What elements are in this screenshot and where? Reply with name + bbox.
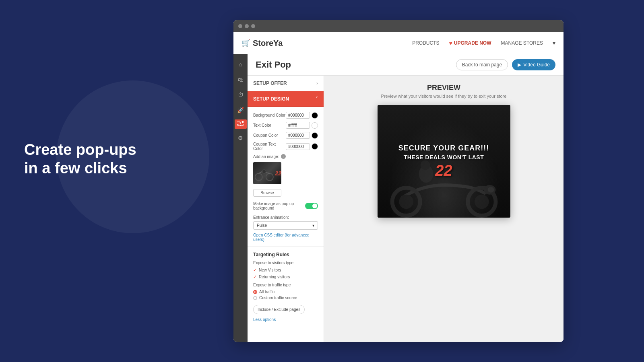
all-traffic-row: All traffic bbox=[253, 290, 318, 294]
bg-color-label: Background Color bbox=[253, 113, 286, 117]
add-image-row: Add an image: i bbox=[253, 154, 318, 159]
popup-number: 22 bbox=[398, 163, 489, 178]
nav-manage-stores[interactable]: MANAGE STORES bbox=[501, 40, 543, 46]
setup-design-row[interactable]: SETUP DESIGN ˅ bbox=[248, 91, 324, 107]
coupon-text-color-input[interactable] bbox=[286, 143, 310, 150]
coupon-text-color-row: Coupon Text Color bbox=[253, 142, 318, 151]
targeting-title: Targeting Rules bbox=[253, 252, 318, 257]
text-color-row: Text Color bbox=[253, 122, 318, 129]
coupon-text-color-swatch[interactable] bbox=[312, 143, 318, 150]
try-it-now-button[interactable]: Try It Now! bbox=[235, 119, 247, 129]
bg-color-input[interactable] bbox=[286, 112, 310, 119]
app-window: 🛒 StoreYa PRODUCTS ♥ UPGRADE NOW MANAGE … bbox=[233, 20, 564, 342]
select-chevron-icon: ▾ bbox=[312, 223, 314, 228]
svg-point-7 bbox=[399, 195, 413, 209]
play-icon: ▶ bbox=[518, 62, 521, 68]
design-form: Background Color Text Color bbox=[248, 107, 324, 247]
include-exclude-button[interactable]: Include / Exclude pages bbox=[253, 305, 305, 314]
image-preview-box: 22 bbox=[253, 162, 281, 184]
nav-products[interactable]: PRODUCTS bbox=[412, 40, 439, 46]
header-dropdown-icon[interactable]: ▾ bbox=[553, 40, 555, 46]
back-to-main-button[interactable]: Back to main page bbox=[456, 59, 508, 70]
nav-upgrade-button[interactable]: ♥ UPGRADE NOW bbox=[449, 40, 491, 46]
page-header-actions: Back to main page ▶ Video Guide bbox=[456, 59, 555, 70]
preview-motorcycle-svg bbox=[253, 165, 275, 181]
upgrade-text: UPGRADE NOW bbox=[454, 40, 491, 46]
sidebar-home-icon[interactable]: ⌂ bbox=[235, 58, 247, 70]
preview-number: 22 bbox=[275, 170, 281, 177]
preview-panel: PREVIEW Preview what your visitors would… bbox=[324, 76, 564, 342]
less-options-link[interactable]: Less options bbox=[253, 317, 318, 322]
svg-point-0 bbox=[255, 173, 262, 181]
video-guide-button[interactable]: ▶ Video Guide bbox=[512, 59, 555, 70]
page-header: Exit Pop Back to main page ▶ Video Guide bbox=[248, 54, 564, 76]
css-editor-link[interactable]: Open CSS editor (for advanced users) bbox=[253, 233, 318, 242]
bg-color-input-group bbox=[286, 112, 318, 119]
text-color-input-group bbox=[286, 122, 318, 129]
logo-text: StoreYa bbox=[253, 39, 283, 48]
preview-title: PREVIEW bbox=[427, 84, 460, 92]
returning-visitors-check-icon: ✓ bbox=[253, 274, 257, 280]
preview-popup: SECURE YOUR GEAR!!! THESE DEALS WON'T LA… bbox=[378, 105, 510, 218]
text-color-swatch[interactable] bbox=[312, 122, 318, 129]
heart-icon: ♥ bbox=[449, 40, 452, 46]
custom-traffic-radio[interactable] bbox=[253, 296, 257, 300]
preview-popup-background: SECURE YOUR GEAR!!! THESE DEALS WON'T LA… bbox=[378, 105, 510, 218]
browse-button[interactable]: Browse bbox=[253, 189, 281, 197]
text-color-label: Text Color bbox=[253, 123, 286, 128]
header-navigation: PRODUCTS ♥ UPGRADE NOW MANAGE STORES ▾ bbox=[412, 40, 555, 46]
returning-visitors-label[interactable]: Returning visitors bbox=[259, 275, 290, 279]
bg-color-row: Background Color bbox=[253, 112, 318, 119]
bg-color-swatch[interactable] bbox=[312, 112, 318, 119]
new-visitors-label[interactable]: New Visitors bbox=[259, 268, 281, 272]
main-panel: Exit Pop Back to main page ▶ Video Guide… bbox=[248, 54, 564, 342]
svg-point-10 bbox=[487, 187, 494, 193]
window-dot-1 bbox=[238, 24, 242, 28]
svg-point-8 bbox=[475, 195, 489, 209]
svg-point-2 bbox=[262, 169, 266, 173]
animation-section: Entrance animation: Pulse ▾ bbox=[253, 215, 318, 230]
coupon-color-input[interactable] bbox=[286, 132, 310, 139]
all-traffic-label[interactable]: All traffic bbox=[259, 290, 275, 294]
targeting-section: Targeting Rules Expose to visitors type … bbox=[248, 247, 324, 327]
logo[interactable]: 🛒 StoreYa bbox=[242, 39, 283, 48]
sidebar-bag-icon[interactable]: 🛍 bbox=[235, 74, 247, 86]
custom-traffic-label[interactable]: Custom traffic source bbox=[259, 296, 297, 300]
expose-visitors-label: Expose to visitors type bbox=[253, 261, 318, 265]
custom-traffic-row: Custom traffic source bbox=[253, 296, 318, 300]
setup-offer-row[interactable]: SETUP OFFER › bbox=[248, 76, 324, 91]
sidebar-clock-icon[interactable]: ⏱ bbox=[235, 89, 247, 101]
coupon-text-color-label: Coupon Text Color bbox=[253, 142, 286, 151]
toggle-knob bbox=[312, 204, 317, 208]
content-area: ⌂ 🛍 ⏱ 🚀 Try It Now! ⚙ Exit Pop Back to m… bbox=[233, 54, 564, 342]
two-column-layout: SETUP OFFER › SETUP DESIGN ˅ Background … bbox=[248, 76, 564, 342]
make-bg-toggle[interactable] bbox=[305, 203, 318, 209]
text-color-input[interactable] bbox=[286, 122, 310, 129]
logo-cart-icon: 🛒 bbox=[242, 39, 250, 47]
svg-point-1 bbox=[266, 173, 273, 181]
coupon-color-swatch[interactable] bbox=[312, 132, 318, 139]
animation-select[interactable]: Pulse ▾ bbox=[253, 221, 318, 230]
all-traffic-radio[interactable] bbox=[253, 290, 257, 294]
returning-visitors-row: ✓ Returning visitors bbox=[253, 274, 318, 280]
animation-value: Pulse bbox=[257, 223, 267, 228]
info-icon[interactable]: i bbox=[281, 154, 286, 159]
sidebar-rocket-icon[interactable]: 🚀 bbox=[235, 104, 247, 116]
new-visitors-row: ✓ New Visitors bbox=[253, 267, 318, 273]
preview-subtitle: Preview what your visitors would see if … bbox=[381, 94, 507, 99]
make-bg-label: Make image as pop up background bbox=[253, 202, 305, 210]
make-bg-toggle-row: Make image as pop up background bbox=[253, 200, 318, 212]
coupon-text-color-input-group bbox=[286, 143, 318, 150]
expose-traffic-label: Expose to traffic type bbox=[253, 283, 318, 287]
popup-text-overlay: SECURE YOUR GEAR!!! THESE DEALS WON'T LA… bbox=[398, 144, 489, 178]
animation-label: Entrance animation: bbox=[253, 215, 318, 220]
coupon-color-row: Coupon Color bbox=[253, 132, 318, 139]
add-image-label: Add an image: bbox=[253, 154, 279, 159]
new-visitors-check-icon: ✓ bbox=[253, 267, 257, 273]
image-preview-content: 22 bbox=[253, 162, 281, 184]
coupon-color-label: Coupon Color bbox=[253, 133, 286, 138]
window-dot-3 bbox=[251, 24, 255, 28]
chevron-right-icon: › bbox=[316, 80, 318, 86]
popup-headline: SECURE YOUR GEAR!!! bbox=[398, 144, 489, 152]
sidebar-settings-icon[interactable]: ⚙ bbox=[235, 132, 247, 144]
